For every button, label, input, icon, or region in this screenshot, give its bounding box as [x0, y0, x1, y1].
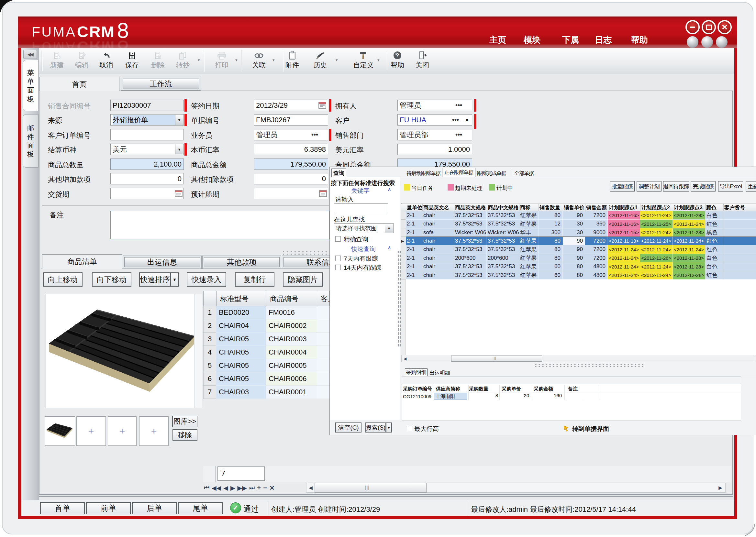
- svg-text:?: ?: [396, 52, 399, 59]
